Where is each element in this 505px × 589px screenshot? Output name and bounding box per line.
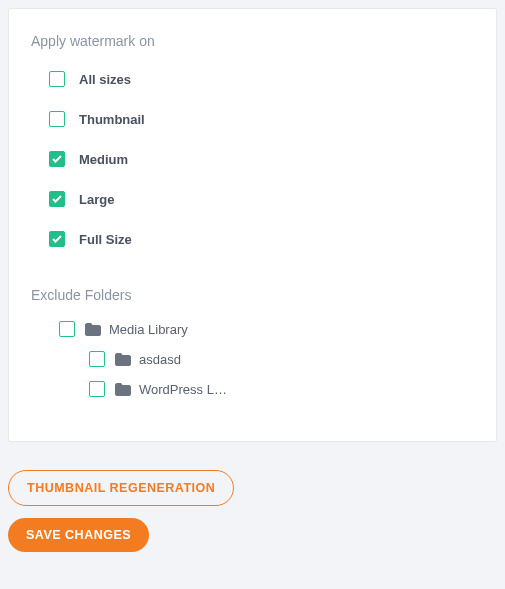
size-option-label: Medium (79, 152, 128, 167)
checkbox-folder-root[interactable] (59, 321, 75, 337)
folder-label: asdasd (139, 352, 181, 367)
size-option-row: Medium (31, 151, 474, 167)
size-option-row: Full Size (31, 231, 474, 247)
checkbox-full-size[interactable] (49, 231, 65, 247)
checkbox-folder-child[interactable] (89, 381, 105, 397)
folder-icon (115, 383, 131, 396)
settings-card: Apply watermark on All sizes Thumbnail M… (8, 8, 497, 442)
tree-children: asdasd WordPress L… (59, 351, 474, 397)
checkbox-folder-child[interactable] (89, 351, 105, 367)
thumbnail-regeneration-button[interactable]: THUMBNAIL REGENERATION (8, 470, 234, 506)
checkbox-all-sizes[interactable] (49, 71, 65, 87)
action-buttons: THUMBNAIL REGENERATION SAVE CHANGES (8, 470, 497, 552)
watermark-section-title: Apply watermark on (31, 33, 474, 49)
folder-label: WordPress L… (139, 382, 227, 397)
size-option-row: Thumbnail (31, 111, 474, 127)
checkbox-large[interactable] (49, 191, 65, 207)
tree-item: asdasd (89, 351, 474, 367)
tree-item: WordPress L… (89, 381, 474, 397)
size-option-row: Large (31, 191, 474, 207)
folder-icon (85, 323, 101, 336)
checkbox-medium[interactable] (49, 151, 65, 167)
folder-tree: Media Library asdasd WordPress L… (31, 321, 474, 397)
size-option-label: Full Size (79, 232, 132, 247)
size-option-label: Large (79, 192, 114, 207)
folder-label: Media Library (109, 322, 188, 337)
exclude-section-title: Exclude Folders (31, 287, 474, 303)
size-option-label: All sizes (79, 72, 131, 87)
folder-icon (115, 353, 131, 366)
size-option-label: Thumbnail (79, 112, 145, 127)
size-options: All sizes Thumbnail Medium Large Full Si… (31, 71, 474, 247)
size-option-row: All sizes (31, 71, 474, 87)
save-changes-button[interactable]: SAVE CHANGES (8, 518, 149, 552)
checkbox-thumbnail[interactable] (49, 111, 65, 127)
tree-item-root: Media Library (59, 321, 474, 337)
